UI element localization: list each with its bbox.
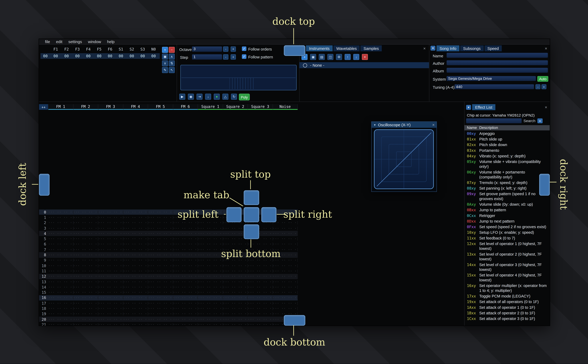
pattern-cell[interactable]: ··· ·· ·· ···: [148, 275, 173, 278]
pattern-cell[interactable]: ··· ·· ·· ···: [73, 253, 98, 257]
duplicate-order-icon[interactable]: ▣: [162, 54, 168, 60]
pattern-cell[interactable]: ··· ·· ·· ···: [123, 296, 148, 299]
pattern-cell[interactable]: ··· ·· ·· ···: [98, 242, 123, 246]
pattern-cell[interactable]: ··· ·· ·· ···: [98, 285, 123, 289]
pattern-cell[interactable]: ··· ·· ·· ···: [48, 221, 73, 224]
pattern-cell[interactable]: ··· ·· ·· ···: [73, 269, 98, 273]
pattern-cell[interactable]: ··· ·· ·· ···: [48, 237, 73, 240]
close-icon[interactable]: ×: [544, 105, 548, 110]
pattern-cell[interactable]: ··· ·· ·· ···: [248, 291, 273, 294]
pattern-cell[interactable]: ··· ·· ·· ···: [73, 264, 98, 267]
pattern-cell[interactable]: ··· ·· ·· ···: [248, 323, 273, 325]
pattern-cell[interactable]: ··· ·· ·· ···: [148, 253, 173, 257]
auto-button[interactable]: Auto: [537, 76, 548, 82]
pattern-cell[interactable]: ··· ·· ·· ···: [223, 269, 248, 273]
tab-wavetables[interactable]: Wavetables: [333, 45, 360, 51]
tab-song-info[interactable]: Song Info: [436, 45, 459, 51]
move-order-up-icon[interactable]: ∧: [169, 54, 175, 60]
split-left-target[interactable]: [226, 207, 242, 222]
order-value-f4[interactable]: 00: [83, 54, 94, 58]
tab-samples[interactable]: Samples: [360, 45, 382, 51]
pattern-cell[interactable]: ··· ·· ·· ···: [248, 242, 273, 246]
pattern-cell[interactable]: ··· ·· ·· ···: [273, 269, 298, 273]
pattern-cell[interactable]: ··· ·· ·· ···: [48, 264, 73, 267]
split-bottom-target[interactable]: [244, 224, 259, 239]
pattern-cell[interactable]: ··· ·· ·· ···: [148, 221, 173, 224]
dock-bottom-target[interactable]: [284, 315, 305, 326]
album-field[interactable]: [447, 68, 548, 73]
octave-decrease-button[interactable]: -: [223, 46, 228, 52]
pattern-cell[interactable]: ··· ·· ·· ···: [123, 285, 148, 289]
pattern-cell[interactable]: ··· ·· ·· ···: [173, 307, 198, 310]
pattern-cell[interactable]: ··· ·· ·· ···: [173, 323, 198, 325]
pattern-cell[interactable]: ··· ·· ·· ···: [248, 312, 273, 316]
pattern-cell[interactable]: ··· ·· ·· ···: [148, 323, 173, 325]
pattern-cell[interactable]: ··· ·· ·· ···: [123, 275, 148, 278]
pattern-cell[interactable]: ··· ·· ·· ···: [223, 307, 248, 310]
pattern-cell[interactable]: ··· ·· ·· ···: [273, 291, 298, 294]
pattern-cell[interactable]: ··· ·· ·· ···: [248, 301, 273, 305]
channel-header-square-3[interactable]: Square 3: [248, 104, 273, 110]
order-value-f2[interactable]: 00: [61, 54, 72, 58]
move-instrument-down-icon[interactable]: ↓: [353, 54, 359, 60]
pattern-cell[interactable]: ··· ·· ·· ···: [148, 280, 173, 283]
name-field[interactable]: [447, 53, 548, 58]
pattern-cell[interactable]: ··· ·· ·· ···: [248, 318, 273, 321]
pattern-cell[interactable]: ··· ·· ·· ···: [98, 264, 123, 267]
pattern-cell[interactable]: ··· ·· ·· ···: [48, 216, 73, 219]
oscilloscope-titlebar[interactable]: ▼ Oscilloscope (X-Y) ×: [372, 122, 436, 128]
pattern-cell[interactable]: ··· ·· ·· ···: [48, 248, 73, 251]
pattern-cell[interactable]: ··· ·· ·· ···: [73, 296, 98, 299]
collapse-icon[interactable]: ▼: [466, 105, 471, 110]
pattern-cell[interactable]: ··· ·· ·· ···: [98, 291, 123, 294]
pattern-cell[interactable]: ··· ·· ·· ···: [198, 232, 223, 235]
step-row-button[interactable]: ↓: [205, 94, 211, 100]
pattern-cell[interactable]: ··· ·· ·· ···: [148, 312, 173, 316]
pattern-cell[interactable]: ··· ·· ·· ···: [273, 296, 298, 299]
pattern-cell[interactable]: ··· ·· ·· ···: [198, 318, 223, 321]
tab-subsongs[interactable]: Subsongs: [460, 45, 484, 51]
order-cursor-mode-icon[interactable]: ↖: [169, 67, 175, 73]
channel-header-fm-4[interactable]: FM 4: [123, 104, 148, 110]
pattern-cell[interactable]: ··· ·· ·· ···: [48, 318, 73, 321]
close-icon[interactable]: ×: [422, 46, 427, 51]
pattern-cell[interactable]: ··· ·· ·· ···: [48, 301, 73, 305]
poly-button[interactable]: Poly: [239, 94, 250, 100]
step-increase-button[interactable]: +: [231, 54, 236, 59]
pattern-cell[interactable]: ··· ·· ·· ···: [98, 237, 123, 240]
pattern-cell[interactable]: ··· ·· ·· ···: [173, 312, 198, 316]
effect-list-titlebar[interactable]: ▼ Effect List ×: [464, 104, 550, 110]
pattern-cell[interactable]: ··· ·· ·· ···: [73, 323, 98, 325]
pattern-cell[interactable]: ··· ·· ·· ···: [273, 301, 298, 305]
pattern-cell[interactable]: ··· ·· ·· ···: [198, 301, 223, 305]
pattern-cell[interactable]: ··· ·· ·· ···: [173, 237, 198, 240]
pattern-cell[interactable]: ··· ·· ·· ···: [98, 259, 123, 262]
play-from-cursor-button[interactable]: ⇥: [197, 94, 203, 100]
pattern-cell[interactable]: ··· ·· ·· ···: [123, 312, 148, 316]
pattern-cell[interactable]: ··· ·· ·· ···: [173, 259, 198, 262]
pattern-cell[interactable]: ··· ·· ·· ···: [123, 264, 148, 267]
edit-toggle-button[interactable]: ●: [214, 94, 220, 100]
octave-increase-button[interactable]: +: [231, 46, 236, 52]
menu-item-settings[interactable]: settings: [65, 39, 85, 44]
order-value-s2[interactable]: 00: [126, 54, 137, 58]
pattern-cell[interactable]: ··· ·· ·· ···: [248, 307, 273, 310]
pattern-cell[interactable]: ··· ·· ·· ···: [123, 242, 148, 246]
pattern-cell[interactable]: ··· ·· ·· ···: [248, 269, 273, 273]
pattern-cell[interactable]: ··· ·· ·· ···: [173, 296, 198, 299]
channel-header-noise[interactable]: Noise: [273, 104, 298, 110]
pattern-cell[interactable]: ··· ·· ·· ···: [223, 275, 248, 278]
pattern-cell[interactable]: ··· ·· ·· ···: [73, 285, 98, 289]
pattern-cell[interactable]: ··· ·· ·· ···: [98, 323, 123, 325]
pattern-cell[interactable]: ··· ·· ·· ···: [173, 318, 198, 321]
pattern-cell[interactable]: ··· ·· ·· ···: [98, 275, 123, 278]
order-value-f5[interactable]: 00: [94, 54, 105, 58]
pattern-cell[interactable]: ··· ·· ·· ···: [48, 285, 73, 289]
pattern-cell[interactable]: ··· ·· ·· ···: [98, 312, 123, 316]
pattern-cell[interactable]: ··· ·· ·· ···: [48, 210, 73, 214]
pattern-cell[interactable]: ··· ·· ·· ···: [273, 227, 298, 230]
pattern-cell[interactable]: ··· ·· ·· ···: [248, 275, 273, 278]
channel-header-fm-3[interactable]: FM 3: [98, 104, 123, 110]
pattern-cell[interactable]: ··· ·· ·· ···: [123, 301, 148, 305]
pattern-cell[interactable]: ··· ·· ·· ···: [148, 259, 173, 262]
